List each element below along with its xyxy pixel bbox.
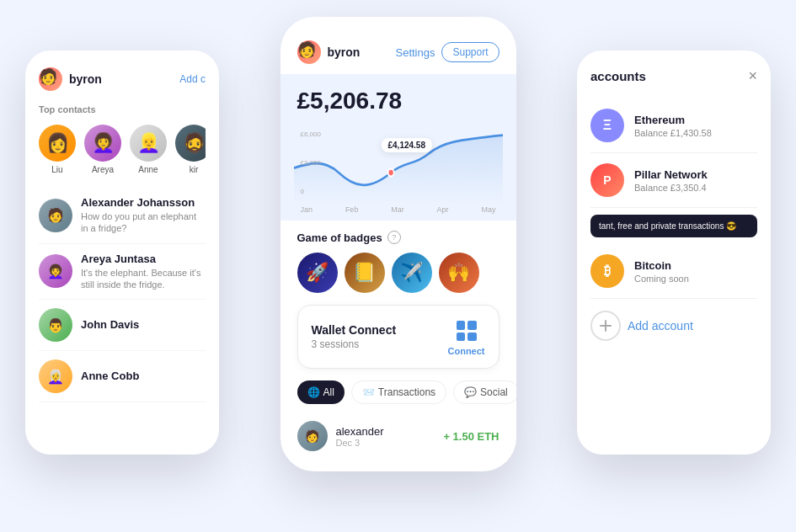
balance-section: £5,206.78 £4,124.58 £6,000 [280, 74, 516, 221]
account-balance-pln: Balance £3,350.4 [634, 183, 708, 193]
badge-hands[interactable]: 🙌 [439, 253, 479, 293]
list-item[interactable]: 👩‍🦳 Anne Cobb [39, 351, 206, 402]
help-icon[interactable]: ? [387, 231, 401, 244]
settings-link[interactable]: Settings [395, 46, 435, 59]
right-phone: accounts × Ξ Ethereum Balance £1,430.58 … [577, 51, 771, 455]
contact-list: 🧑 Alexander Johansson How do you put an … [39, 188, 206, 402]
chart-area: £4,124.58 £6,000 £3,000 0 [294, 121, 503, 205]
add-account-row[interactable]: Add account [590, 299, 757, 353]
filter-tx-icon: 📨 [362, 386, 375, 398]
avatar-alexander: 🧑 [39, 199, 72, 232]
filter-tab-all[interactable]: 🌐 All [297, 380, 345, 404]
avatar-john: 👨 [39, 308, 72, 342]
add-account-label[interactable]: Add account [628, 319, 693, 332]
avatar-left: 🧑 [39, 67, 62, 91]
pln-promo: tant, free and private transactions 😎 [590, 215, 757, 237]
contact-name-anne: Anne [138, 165, 158, 174]
tx-name: alexander [336, 425, 435, 438]
badge-book[interactable]: 📒 [345, 253, 385, 293]
pillar-icon: P [590, 163, 624, 197]
wallet-connect-sessions: 3 sessions [312, 338, 397, 350]
support-button[interactable]: Support [441, 42, 499, 62]
account-item-bitcoin[interactable]: ₿ Bitcoin Coming soon [590, 244, 757, 299]
badge-plane[interactable]: ✈️ [392, 253, 432, 293]
user-info-center: 🧑 byron [297, 40, 361, 64]
balance-amount: £5,206.78 [297, 88, 500, 114]
connect-grid-icon [453, 317, 480, 344]
badges-row: 🚀 📒 ✈️ 🙌 [297, 253, 500, 293]
account-balance-btc: Coming soon [634, 274, 689, 284]
contact-fullname: Alexander Johansson [81, 196, 206, 209]
center-phone: 🧑 byron Settings Support £5,206.78 [280, 17, 516, 471]
wallet-connect-title: Wallet Connect [312, 323, 397, 337]
badge-rocket[interactable]: 🚀 [297, 253, 338, 293]
avatar-anne-cobb: 👩‍🦳 [39, 359, 72, 393]
contact-avatar-kir[interactable]: 🧔 kir [175, 125, 206, 174]
accounts-title: accounts [590, 69, 646, 83]
filter-social-label: Social [480, 386, 508, 398]
chart-y-label-mid: £3,000 [301, 153, 321, 168]
chart-svg [294, 121, 503, 205]
wallet-body: Game of badges ? 🚀 📒 ✈️ 🙌 Wallet Connect… [280, 221, 516, 471]
wallet-connect-card[interactable]: Wallet Connect 3 sessions Connect [297, 305, 500, 369]
bitcoin-icon: ₿ [590, 254, 624, 288]
filter-tabs: 🌐 All 📨 Transactions 💬 Social [297, 380, 500, 404]
add-contact-link[interactable]: Add c [179, 73, 206, 85]
user-info-left: 🧑 byron [39, 67, 102, 91]
avatar-anne: 👱‍♀️ [130, 125, 167, 162]
badges-section: Game of badges ? 🚀 📒 ✈️ 🙌 [297, 231, 500, 293]
account-name-btc: Bitcoin [634, 259, 689, 272]
pln-promo-text: tant, free and private transactions 😎 [599, 221, 736, 231]
chart-x-labels: Jan Feb Mar Apr May [297, 205, 500, 221]
filter-social-icon: 💬 [464, 386, 477, 398]
phone-notch [365, 17, 432, 34]
filter-tab-transactions[interactable]: 📨 Transactions [351, 380, 446, 404]
filter-all-icon: 🌐 [307, 386, 320, 398]
avatar-liu: 👩 [39, 125, 76, 162]
transaction-item[interactable]: 🧑 alexander Dec 3 + 1.50 ETH [297, 414, 500, 458]
contact-fullname: Anne Cobb [81, 370, 206, 382]
chart-x-apr: Apr [437, 205, 449, 214]
account-item-ethereum[interactable]: Ξ Ethereum Balance £1,430.58 [590, 98, 757, 153]
username-center: byron [328, 45, 361, 59]
chart-y-label-top: £6,000 [301, 125, 321, 140]
tx-avatar-alexander: 🧑 [297, 421, 328, 451]
left-phone-header: 🧑 byron Add c [39, 67, 206, 91]
avatar-areya-list: 👩‍🦱 [39, 254, 72, 288]
chart-label: £4,124.58 [382, 138, 433, 152]
accounts-header: accounts × [590, 67, 757, 85]
contact-avatar-anne[interactable]: 👱‍♀️ Anne [130, 125, 167, 174]
contact-avatar-areya[interactable]: 👩‍🦱 Areya [84, 125, 121, 174]
tx-date: Dec 3 [336, 438, 435, 448]
avatar-center: 🧑 [297, 40, 321, 64]
chart-x-mar: Mar [391, 205, 404, 214]
list-item[interactable]: 👩‍🦱 Areya Juntasa It's the elephant. Bec… [39, 244, 206, 301]
account-name-eth: Ethereum [634, 114, 712, 126]
chart-x-may: May [481, 205, 495, 214]
connect-label[interactable]: Connect [448, 346, 485, 356]
add-account-icon [590, 311, 621, 341]
filter-all-label: All [323, 386, 334, 398]
contact-name-kir: kir [190, 165, 199, 174]
filter-tab-social[interactable]: 💬 Social [453, 380, 516, 404]
close-button[interactable]: × [748, 67, 757, 85]
contact-avatar-liu[interactable]: 👩 Liu [39, 125, 76, 174]
list-item[interactable]: 🧑 Alexander Johansson How do you put an … [39, 188, 206, 244]
list-item[interactable]: 👨 John Davis [39, 300, 206, 351]
account-balance-eth: Balance £1,430.58 [634, 128, 712, 138]
contact-name-liu: Liu [51, 165, 62, 174]
top-contacts-row: 👩 Liu 👩‍🦱 Areya 👱‍♀️ Anne 🧔 [39, 125, 206, 174]
chart-x-feb: Feb [345, 205, 359, 214]
filter-tx-label: Transactions [378, 386, 435, 398]
avatar-kir: 🧔 [175, 125, 206, 162]
account-name-pln: Pillar Network [634, 168, 708, 181]
chart-y-label-zero: 0 [301, 182, 304, 197]
chart-x-jan: Jan [301, 205, 313, 214]
badges-title: Game of badges [297, 231, 382, 244]
plus-icon [599, 319, 612, 332]
account-item-pillar[interactable]: P Pillar Network Balance £3,350.4 [590, 153, 757, 208]
left-phone: 🧑 byron Add c Top contacts 👩 Liu 👩‍🦱 Are… [25, 51, 219, 455]
ethereum-icon: Ξ [590, 109, 624, 142]
contact-message: It's the elephant. Because it's still in… [81, 267, 206, 291]
tx-amount: + 1.50 ETH [443, 430, 499, 443]
